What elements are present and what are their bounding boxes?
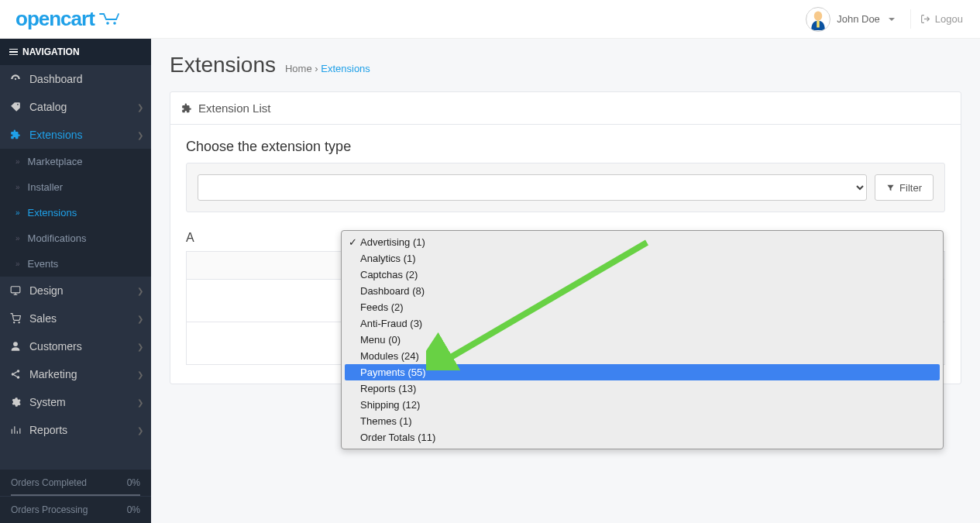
navigation-header: NAVIGATION bbox=[0, 39, 151, 65]
chevron-right-icon: ❯ bbox=[137, 398, 143, 407]
sidebar-item-installer[interactable]: »Installer bbox=[0, 174, 151, 200]
header-right: John Doe Logou bbox=[796, 3, 972, 36]
page-header: Extensions Home › Extensions bbox=[151, 39, 980, 84]
svg-point-3 bbox=[814, 11, 823, 20]
svg-point-1 bbox=[113, 22, 116, 25]
svg-rect-4 bbox=[817, 20, 820, 27]
logout-label: Logou bbox=[935, 13, 963, 25]
logo[interactable]: opencart bbox=[8, 7, 122, 31]
extensions-submenu: »Marketplace »Installer »Extensions »Mod… bbox=[0, 149, 151, 277]
double-chevron-icon: » bbox=[15, 208, 20, 217]
double-chevron-icon: » bbox=[15, 234, 20, 243]
sidebar-item-system[interactable]: System❯ bbox=[0, 388, 151, 416]
dropdown-option[interactable]: Advertising (1) bbox=[345, 234, 940, 250]
extension-type-select[interactable] bbox=[198, 174, 867, 201]
dropdown-option[interactable]: Modules (24) bbox=[345, 348, 940, 364]
svg-point-10 bbox=[14, 322, 15, 323]
dropdown-option[interactable]: Feeds (2) bbox=[345, 299, 940, 315]
top-header: opencart John Doe Logou bbox=[0, 0, 980, 39]
sidebar-item-design[interactable]: Design❯ bbox=[0, 277, 151, 305]
dashboard-icon bbox=[9, 74, 22, 84]
tag-icon bbox=[9, 102, 22, 112]
sidebar-item-extensions[interactable]: Extensions ❯ bbox=[0, 121, 151, 149]
svg-point-0 bbox=[106, 22, 109, 25]
sidebar-item-reports[interactable]: Reports❯ bbox=[0, 416, 151, 444]
double-chevron-icon: » bbox=[15, 260, 20, 268]
user-menu[interactable]: John Doe bbox=[796, 3, 904, 36]
cart-icon bbox=[9, 313, 22, 324]
chart-icon bbox=[9, 425, 22, 435]
sidebar-item-marketplace[interactable]: »Marketplace bbox=[0, 149, 151, 174]
svg-point-12 bbox=[17, 370, 20, 373]
dropdown-option[interactable]: Anti-Fraud (3) bbox=[345, 315, 940, 332]
filter-button[interactable]: Filter bbox=[875, 174, 934, 201]
sidebar-item-customers[interactable]: Customers❯ bbox=[0, 332, 151, 360]
main-content: Extensions Home › Extensions Extension L… bbox=[151, 39, 980, 523]
filter-icon bbox=[886, 184, 895, 192]
choose-extension-type-label: Choose the extension type bbox=[186, 139, 945, 155]
breadcrumb-extensions[interactable]: Extensions bbox=[321, 63, 370, 74]
share-icon bbox=[9, 369, 22, 380]
panel-header: Extension List bbox=[170, 92, 961, 125]
cart-icon bbox=[99, 12, 122, 26]
sidebar-item-modifications[interactable]: »Modifications bbox=[0, 225, 151, 251]
dropdown-option[interactable]: Order Totals (11) bbox=[345, 429, 940, 446]
stat-orders-processing: Orders Processing 0% bbox=[0, 496, 151, 523]
stat-orders-completed: Orders Completed 0% bbox=[0, 469, 151, 496]
sidebar-item-sales[interactable]: Sales❯ bbox=[0, 305, 151, 332]
desktop-icon bbox=[9, 285, 22, 296]
chevron-right-icon: ❯ bbox=[137, 426, 143, 435]
breadcrumb: Home › Extensions bbox=[285, 63, 370, 74]
dropdown-option[interactable]: Payments (55) bbox=[345, 364, 940, 380]
dropdown-option[interactable]: Captchas (2) bbox=[345, 267, 940, 283]
logout-link[interactable]: Logou bbox=[910, 9, 972, 29]
dropdown-option[interactable]: Menu (0) bbox=[345, 332, 940, 348]
user-icon bbox=[9, 341, 22, 352]
svg-point-14 bbox=[17, 376, 20, 379]
sidebar-item-events[interactable]: »Events bbox=[0, 251, 151, 277]
filter-section: Filter bbox=[186, 163, 945, 212]
sidebar: NAVIGATION Dashboard Catalog ❯ Extension… bbox=[0, 39, 151, 523]
sidebar-item-catalog[interactable]: Catalog ❯ bbox=[0, 93, 151, 121]
sidebar-item-extensions-sub[interactable]: »Extensions bbox=[0, 200, 151, 225]
gear-icon bbox=[9, 397, 22, 408]
dropdown-option[interactable]: Shipping (12) bbox=[345, 397, 940, 413]
extension-type-dropdown[interactable]: Advertising (1)Analytics (1)Captchas (2)… bbox=[341, 230, 944, 449]
svg-rect-7 bbox=[11, 287, 20, 293]
logout-icon bbox=[920, 14, 930, 24]
logo-text: opencart bbox=[15, 7, 95, 30]
sidebar-item-marketing[interactable]: Marketing❯ bbox=[0, 360, 151, 388]
breadcrumb-home[interactable]: Home bbox=[285, 63, 312, 74]
svg-line-16 bbox=[14, 375, 17, 377]
avatar bbox=[806, 7, 830, 32]
puzzle-icon bbox=[9, 129, 22, 140]
svg-point-6 bbox=[15, 78, 16, 80]
sidebar-item-dashboard[interactable]: Dashboard bbox=[0, 65, 151, 93]
user-name: John Doe bbox=[837, 13, 880, 25]
chevron-right-icon: ❯ bbox=[137, 103, 143, 112]
chevron-right-icon: ❯ bbox=[137, 287, 143, 295]
dropdown-option[interactable]: Themes (1) bbox=[345, 413, 940, 429]
double-chevron-icon: » bbox=[15, 183, 20, 191]
svg-line-15 bbox=[14, 372, 17, 373]
dropdown-option[interactable]: Dashboard (8) bbox=[345, 283, 940, 299]
page-title: Extensions bbox=[170, 53, 276, 77]
dropdown-option[interactable]: Reports (13) bbox=[345, 380, 940, 397]
menu-icon bbox=[9, 49, 18, 56]
double-chevron-icon: » bbox=[15, 157, 20, 166]
stats-panel: Orders Completed 0% Orders Processing 0% bbox=[0, 469, 151, 523]
chevron-right-icon: ❯ bbox=[137, 342, 143, 351]
svg-point-13 bbox=[12, 373, 15, 376]
chevron-right-icon: ❯ bbox=[137, 131, 143, 139]
chevron-right-icon: ❯ bbox=[137, 315, 143, 323]
caret-down-icon bbox=[889, 18, 895, 21]
puzzle-icon bbox=[181, 103, 192, 114]
chevron-right-icon: ❯ bbox=[137, 370, 143, 379]
svg-point-11 bbox=[19, 322, 19, 323]
dropdown-option[interactable]: Analytics (1) bbox=[345, 250, 940, 267]
